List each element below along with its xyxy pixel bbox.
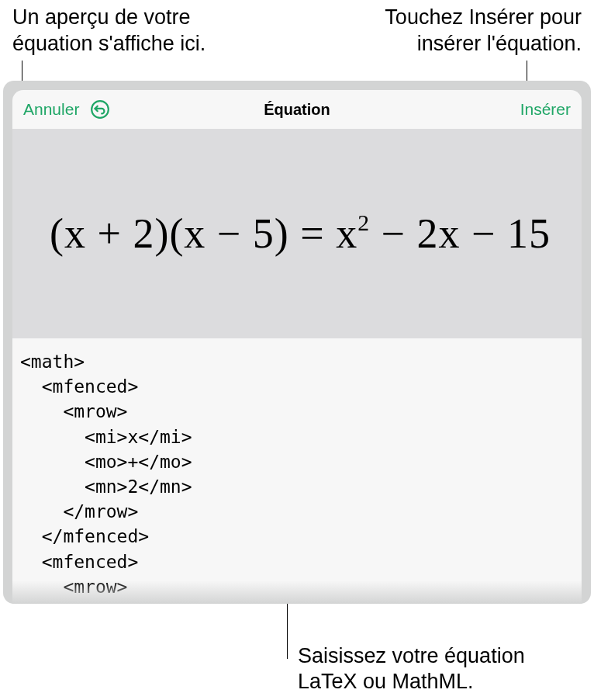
equation-preview-area: (x + 2)(x − 5) = x2 − 2x − 15 (12, 129, 582, 338)
cancel-button[interactable]: Annuler (23, 100, 79, 119)
toolbar: Annuler Équation Insérer (12, 90, 582, 129)
undo-icon[interactable] (90, 99, 110, 120)
toolbar-left-group: Annuler (23, 99, 110, 120)
callout-preview: Un aperçu de votre équation s'affiche ic… (12, 5, 245, 57)
insert-button[interactable]: Insérer (520, 100, 571, 119)
equation-code-input[interactable]: <math> <mfenced> <mrow> <mi>x</mi> <mo>+… (12, 338, 582, 604)
sheet-backdrop: Annuler Équation Insérer (x + 2)(x − 5) … (3, 81, 591, 604)
callout-input: Saisissez votre équation LaTeX ou MathML… (298, 643, 577, 696)
sheet-title: Équation (264, 101, 330, 119)
equation-preview: (x + 2)(x − 5) = x2 − 2x − 15 (43, 210, 551, 258)
callout-insert: Touchez Insérer pour insérer l'équation. (333, 5, 582, 57)
equation-sheet: Annuler Équation Insérer (x + 2)(x − 5) … (12, 90, 582, 604)
